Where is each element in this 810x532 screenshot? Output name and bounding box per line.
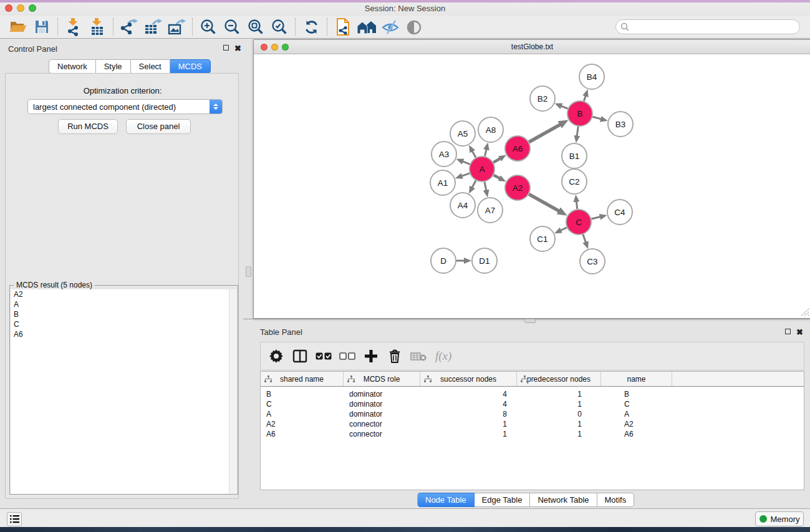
- task-history-button[interactable]: [7, 512, 22, 526]
- mcds-result-item[interactable]: A: [11, 299, 229, 309]
- graph-edge-C-C3[interactable]: [583, 235, 586, 243]
- resize-grip[interactable]: [801, 308, 809, 317]
- table-cell[interactable]: C: [261, 399, 344, 409]
- float-panel-icon[interactable]: [785, 329, 791, 334]
- graph-node-C1[interactable]: C1: [530, 226, 555, 251]
- graph-node-A3[interactable]: A3: [432, 142, 456, 167]
- graph-node-B3[interactable]: B3: [608, 112, 633, 137]
- table-cell[interactable]: 1: [517, 399, 601, 409]
- gear-icon[interactable]: [266, 346, 287, 367]
- graph-edge-A6-B[interactable]: [529, 125, 560, 142]
- table-cell[interactable]: 1: [517, 429, 601, 439]
- split-view-icon[interactable]: [289, 346, 311, 367]
- add-icon[interactable]: [360, 346, 382, 367]
- graph-node-A7[interactable]: A7: [478, 198, 503, 223]
- table-cell[interactable]: dominator: [344, 409, 420, 419]
- tab-node-table[interactable]: Node Table: [417, 493, 475, 507]
- graph-node-C4[interactable]: C4: [607, 200, 632, 225]
- graph-node-A5[interactable]: A5: [450, 121, 475, 146]
- delete-icon[interactable]: [384, 346, 405, 367]
- graph-edge-B-B4[interactable]: [584, 95, 586, 101]
- graph-edge-A-A4[interactable]: [472, 181, 476, 188]
- column-header-mcds-role[interactable]: MCDS role: [344, 372, 420, 386]
- graph-edge-A-A1[interactable]: [461, 173, 470, 177]
- graph-edge-B-B2[interactable]: [561, 106, 568, 109]
- panel-divider-handle[interactable]: [246, 266, 251, 277]
- graph-node-C2[interactable]: C2: [562, 169, 587, 194]
- table-cell[interactable]: 4: [420, 389, 517, 399]
- tab-motifs[interactable]: Motifs: [597, 493, 635, 507]
- graph-node-B1[interactable]: B1: [562, 143, 587, 168]
- zoom-selected-icon[interactable]: [268, 17, 291, 37]
- eye-icon[interactable]: [402, 17, 426, 37]
- zoom-out-icon[interactable]: [220, 17, 244, 37]
- memory-button[interactable]: Memory: [755, 511, 804, 526]
- graph-node-C3[interactable]: C3: [580, 249, 605, 274]
- table-row[interactable]: Adominator80A: [261, 409, 804, 419]
- home-icon[interactable]: [355, 17, 378, 37]
- close-panel-button[interactable]: Close panel: [126, 119, 191, 134]
- graph-node-A6[interactable]: A6: [505, 136, 530, 161]
- close-panel-icon[interactable]: ✖: [796, 327, 803, 337]
- graph-edge-A2-C[interactable]: [529, 194, 559, 211]
- network-window-titlebar[interactable]: testGlobe.txt: [254, 40, 810, 54]
- network-canvas[interactable]: B4B2BB3A5A8A6A3B1AA1C2A2A4A7C4CC1C3DD1: [254, 54, 810, 318]
- graph-edge-C-C1[interactable]: [561, 228, 567, 231]
- table-cell[interactable]: 1: [420, 429, 517, 439]
- graph-edge-A-A5[interactable]: [472, 151, 476, 157]
- search-box[interactable]: [615, 19, 800, 34]
- eye-slash-icon[interactable]: [378, 17, 402, 37]
- table-cell[interactable]: B: [261, 389, 344, 399]
- graph-node-A8[interactable]: A8: [478, 117, 503, 142]
- graph-node-A1[interactable]: A1: [430, 170, 455, 195]
- graph-node-B2[interactable]: B2: [530, 86, 555, 111]
- graph-node-D1[interactable]: D1: [472, 248, 497, 273]
- graph-edge-B-B1[interactable]: [577, 127, 578, 136]
- tab-select[interactable]: Select: [131, 59, 170, 74]
- table-row[interactable]: Cdominator41C: [261, 399, 804, 409]
- column-header-successor-nodes[interactable]: successor nodes: [420, 372, 517, 386]
- save-icon[interactable]: [30, 17, 54, 37]
- graph-node-D[interactable]: D: [431, 248, 456, 273]
- import-network-icon[interactable]: [62, 17, 85, 37]
- graph-node-A4[interactable]: A4: [450, 193, 475, 218]
- graph-edge-C-C2[interactable]: [576, 201, 577, 209]
- mcds-result-item[interactable]: B: [11, 309, 229, 319]
- table-cell[interactable]: A2: [601, 419, 672, 429]
- import-table-icon[interactable]: [85, 17, 109, 37]
- graph-node-A[interactable]: A: [470, 157, 494, 181]
- export-network-icon[interactable]: [117, 17, 141, 37]
- optimization-criterion-dropdown[interactable]: largest connected component (directed): [27, 99, 223, 114]
- table-cell[interactable]: A: [261, 409, 344, 419]
- splitter-handle[interactable]: [524, 319, 536, 323]
- column-header-name[interactable]: name: [601, 372, 672, 386]
- tab-style[interactable]: Style: [96, 59, 131, 74]
- graph-edge-A-A6[interactable]: [493, 158, 500, 162]
- refresh-icon[interactable]: [299, 17, 323, 37]
- column-header-shared-name[interactable]: shared name: [261, 372, 344, 386]
- select-all-icon[interactable]: [313, 346, 334, 367]
- search-input[interactable]: [629, 21, 799, 33]
- graph-edge-B-B3[interactable]: [592, 117, 601, 119]
- zoom-in-icon[interactable]: [196, 17, 220, 37]
- table-cell[interactable]: 1: [517, 389, 601, 399]
- table-cell[interactable]: 8: [420, 409, 517, 419]
- graph-node-B4[interactable]: B4: [579, 64, 604, 89]
- table-cell[interactable]: A2: [261, 419, 344, 429]
- tab-edge-table[interactable]: Edge Table: [475, 493, 531, 507]
- table-cell[interactable]: connector: [344, 429, 420, 439]
- graph-node-C[interactable]: C: [566, 210, 591, 235]
- table-row[interactable]: A6connector11A6: [261, 429, 804, 439]
- column-header-predecessor-nodes[interactable]: predecessor nodes: [517, 372, 601, 386]
- function-icon[interactable]: f(x): [435, 349, 451, 363]
- table-cell[interactable]: dominator: [344, 399, 420, 409]
- table-cell[interactable]: connector: [344, 419, 420, 429]
- graph-edge-A-A3[interactable]: [463, 162, 470, 165]
- tab-network[interactable]: Network: [49, 59, 96, 74]
- deselect-all-icon[interactable]: [337, 346, 358, 367]
- float-panel-icon[interactable]: [223, 45, 229, 51]
- table-row[interactable]: Bdominator41B: [261, 389, 804, 399]
- table-cell[interactable]: 0: [517, 409, 601, 419]
- table-row[interactable]: A2connector11A2: [261, 419, 804, 429]
- table-cell[interactable]: 1: [420, 419, 517, 429]
